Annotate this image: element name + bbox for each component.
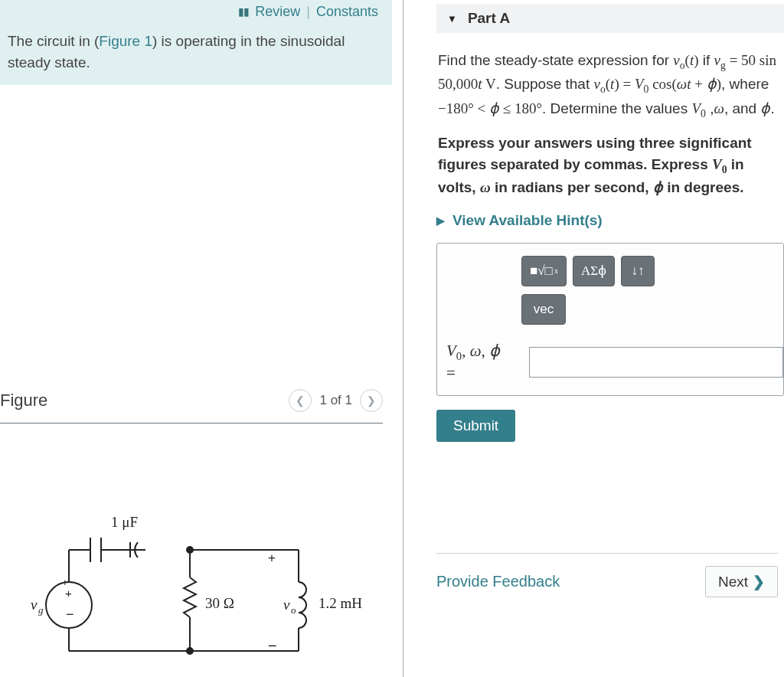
view-hints-toggle[interactable]: ▶ View Available Hint(s)	[436, 212, 784, 229]
templates-button[interactable]: ■√□ x	[521, 256, 567, 286]
svg-text:v: v	[283, 597, 290, 613]
next-button[interactable]: Next ❯	[705, 566, 778, 597]
svg-text:v: v	[31, 597, 38, 613]
problem-intro: The circuit in (Figure 1) is operating i…	[0, 23, 392, 85]
collapse-icon: ▼	[447, 13, 457, 25]
part-label: Part A	[468, 10, 510, 27]
svg-text:+: +	[62, 577, 68, 588]
svg-text:+: +	[268, 551, 276, 565]
answer-box: ■√□ x ΑΣϕ ↓↑ vec V0, ω, ϕ=	[436, 243, 784, 396]
circuit-diagram: 1 μF 30 Ω 1.2 mH v g v o + − + − +	[15, 498, 375, 666]
svg-text:+: +	[65, 587, 72, 600]
res-label: 30 Ω	[205, 595, 234, 611]
cap-label: 1 μF	[111, 514, 138, 530]
figure-prev-button[interactable]: ❮	[289, 389, 312, 412]
top-links-bar: ▮▮ Review | Constants	[0, 0, 392, 23]
figure-counter: 1 of 1	[319, 393, 352, 408]
svg-text:o: o	[291, 604, 296, 616]
question-prompt: Find the steady-state expression for vo(…	[436, 50, 784, 122]
svg-text:g: g	[38, 604, 44, 616]
answer-variable-label: V0, ω, ϕ=	[446, 342, 520, 383]
part-header[interactable]: ▼ Part A	[436, 4, 784, 33]
figure-link[interactable]: Figure 1	[99, 33, 152, 49]
review-link[interactable]: Review	[255, 4, 300, 20]
constants-link[interactable]: Constants	[316, 4, 378, 20]
intro-text-pre: The circuit in (	[8, 33, 99, 49]
hints-label: View Available Hint(s)	[452, 212, 603, 229]
greek-button[interactable]: ΑΣϕ	[573, 256, 615, 286]
figure-next-button[interactable]: ❯	[360, 389, 383, 412]
svg-text:−: −	[66, 607, 74, 622]
provide-feedback-link[interactable]: Provide Feedback	[436, 573, 560, 590]
expand-icon: ▶	[436, 214, 445, 227]
answer-input[interactable]	[529, 347, 783, 378]
ind-label: 1.2 mH	[318, 595, 362, 611]
figure-heading: Figure	[0, 391, 47, 410]
chevron-right-icon: ❯	[753, 573, 765, 590]
link-separator: |	[306, 4, 310, 20]
next-label: Next	[718, 574, 748, 590]
vector-button[interactable]: vec	[521, 294, 566, 325]
undo-redo-button[interactable]: ↓↑	[621, 256, 655, 286]
submit-button[interactable]: Submit	[436, 410, 515, 442]
answer-instructions: Express your answers using three signifi…	[436, 132, 784, 198]
svg-text:−: −	[268, 637, 277, 654]
book-icon: ▮▮	[238, 5, 249, 18]
